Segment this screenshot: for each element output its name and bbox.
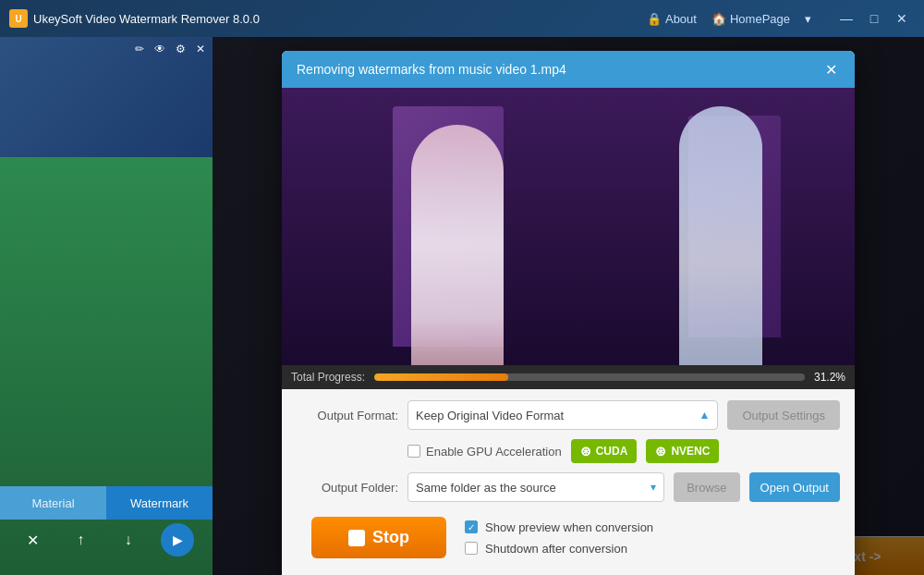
format-row: Output Format: Keep Original Video Forma… (297, 400, 840, 430)
app-body: ✏ 👁 ⚙ ✕ Material Watermark ✕ ↑ (0, 37, 924, 575)
play-button[interactable]: ▶ (161, 523, 194, 557)
stop-icon (348, 530, 365, 546)
edit-icon[interactable]: ✏ (131, 41, 148, 57)
video-scene (282, 88, 855, 365)
gpu-checkbox[interactable] (407, 445, 420, 458)
sidebar: ✏ 👁 ⚙ ✕ Material Watermark ✕ ↑ (0, 37, 213, 575)
thumbnail-controls: ✏ 👁 ⚙ ✕ (131, 41, 209, 57)
maximize-button[interactable]: □ (861, 6, 887, 31)
about-button[interactable]: 🔒 About (647, 12, 697, 26)
format-select-value: Keep Original Video Format (416, 409, 699, 422)
modal-header: Removing watermarks from music video 1.m… (282, 51, 855, 88)
cuda-icon: ⊛ (580, 444, 591, 459)
settings-icon[interactable]: ⚙ (172, 41, 188, 57)
app-logo: U UkeySoft Video Watermark Remover 8.0.0 (9, 9, 260, 28)
thumbnail-area: ✏ 👁 ⚙ ✕ (0, 37, 213, 157)
nvenc-badge[interactable]: ⊛ NVENC (646, 439, 719, 463)
gpu-row: Enable GPU Acceleration ⊛ CUDA ⊛ NVENC (297, 439, 840, 463)
logo-icon: U (9, 9, 28, 28)
shutdown-label: Shutdown after conversion (485, 542, 627, 556)
cuda-badge[interactable]: ⊛ CUDA (571, 439, 638, 463)
shutdown-row: Shutdown after conversion (465, 542, 653, 556)
homepage-button[interactable]: 🏠 HomePage (711, 12, 790, 26)
progress-percent: 31.2% (814, 371, 845, 384)
format-label: Output Format: (297, 409, 398, 422)
modal-title: Removing watermarks from music video 1.m… (297, 62, 566, 77)
progress-bar-area: Total Progress: 31.2% (282, 365, 855, 389)
modal-close-button[interactable]: ✕ (821, 60, 840, 79)
video-figure-left (411, 125, 504, 365)
thumbnail-close-icon[interactable]: ✕ (192, 41, 209, 57)
conversion-modal: Removing watermarks from music video 1.m… (282, 51, 855, 575)
stop-button[interactable]: Stop (311, 517, 446, 558)
show-preview-row: ✓ Show preview when conversion (465, 520, 653, 534)
sidebar-action-bar: ✕ ↑ ↓ ▶ (0, 523, 213, 557)
tab-material[interactable]: Material (0, 486, 106, 520)
up-button[interactable]: ↑ (66, 525, 95, 555)
nvenc-icon: ⊛ (655, 444, 666, 459)
show-preview-label: Show preview when conversion (485, 520, 653, 534)
select-arrow-icon: ▲ (699, 409, 710, 422)
progress-label: Total Progress: (291, 371, 365, 384)
title-bar-right: 🔒 About 🏠 HomePage ▾ — □ ✕ (647, 6, 915, 31)
modal-video (282, 88, 855, 365)
open-output-button[interactable]: Open Output (749, 472, 840, 502)
folder-label: Output Folder: (297, 481, 398, 495)
folder-select-value: Same folder as the source (416, 481, 650, 495)
window-controls: — □ ✕ (833, 6, 915, 31)
tab-watermark[interactable]: Watermark (106, 486, 213, 520)
output-settings-button[interactable]: Output Settings (727, 400, 840, 430)
right-options: ✓ Show preview when conversion Shutdown … (465, 520, 653, 556)
show-preview-checkbox[interactable]: ✓ (465, 520, 478, 533)
minimize-button[interactable]: — (833, 6, 859, 31)
sidebar-tabs: Material Watermark (0, 486, 213, 520)
dropdown-button[interactable]: ▾ (805, 12, 811, 26)
format-select[interactable]: Keep Original Video Format ▲ (407, 400, 718, 430)
progress-fill (374, 373, 508, 381)
delete-button[interactable]: ✕ (18, 525, 48, 555)
modal-overlay: Removing watermarks from music video 1.m… (213, 37, 924, 575)
modal-bottom: Stop ✓ Show preview when conversion Shut… (297, 511, 840, 568)
app-title: UkeySoft Video Watermark Remover 8.0.0 (33, 12, 260, 26)
preview-icon[interactable]: 👁 (152, 41, 168, 57)
shutdown-checkbox[interactable] (465, 542, 478, 555)
sidebar-green-area: Material Watermark ✕ ↑ ↓ ▶ (0, 157, 213, 575)
browse-button[interactable]: Browse (674, 472, 739, 502)
progress-track (374, 373, 805, 381)
video-figure-right (679, 106, 762, 365)
main-content: Removing watermarks from music video 1.m… (213, 37, 924, 575)
title-bar: U UkeySoft Video Watermark Remover 8.0.0… (0, 0, 924, 37)
folder-select-arrow-icon: ▾ (650, 481, 656, 494)
folder-row: Output Folder: Same folder as the source… (297, 472, 840, 502)
gpu-checkbox-label[interactable]: Enable GPU Acceleration (407, 445, 562, 459)
down-button[interactable]: ↓ (114, 525, 143, 555)
folder-select[interactable]: Same folder as the source ▾ (407, 472, 664, 502)
output-settings: Output Format: Keep Original Video Forma… (282, 389, 855, 575)
close-button[interactable]: ✕ (889, 6, 915, 31)
